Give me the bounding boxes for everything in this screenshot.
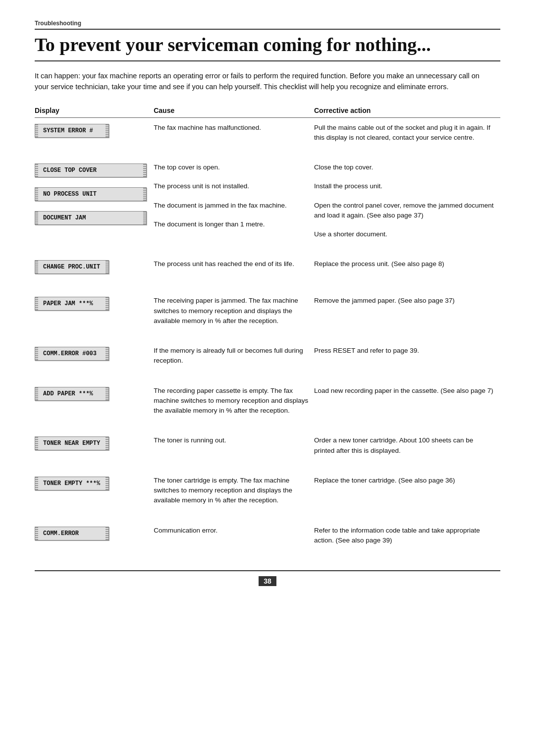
display-badge: TONER NEAR EMPTY (35, 436, 109, 450)
page-title: To prevent your serviceman coming for no… (35, 29, 500, 61)
display-badge: COMM.ERROR #003 (35, 347, 109, 361)
display-badge: ADD PAPER ***% (35, 387, 109, 401)
display-badge: DOCUMENT JAM (35, 211, 147, 225)
table-row: TONER EMPTY ***% The toner cartridge is … (35, 471, 500, 511)
action-cell: Load new recording paper in the cassette… (314, 381, 500, 421)
action-cell: Refer to the information code table and … (314, 521, 500, 551)
display-badge: TONER EMPTY ***% (35, 477, 109, 490)
action-cell: Remove the jammed paper. (See also page … (314, 291, 500, 331)
cause-cell: If the memory is already full or becomes… (154, 341, 314, 371)
display-badge: CHANGE PROC.UNIT (35, 260, 109, 274)
action-cell: Pull the mains cable out of the socket a… (314, 117, 500, 148)
section-label: Troubleshooting (35, 20, 500, 27)
cause-cell: The receiving paper is jammed. The fax m… (154, 291, 314, 331)
display-badge: NO PROCESS UNIT (35, 187, 147, 201)
col-header-action: Corrective action (314, 107, 500, 118)
table-row: SYSTEM ERROR # The fax machine has malfu… (35, 117, 500, 148)
table-row: TONER NEAR EMPTY The toner is running ou… (35, 431, 500, 461)
cause-cell: The toner is running out. (154, 431, 314, 461)
action-cell: Close the top cover. Install the process… (314, 158, 500, 244)
cause-cell: The fax machine has malfunctioned. (154, 117, 314, 148)
cause-cell: The top cover is open. The process unit … (154, 158, 314, 244)
action-cell: Replace the process unit. (See also page… (314, 254, 500, 281)
table-row: COMM.ERROR Communication error. Refer to… (35, 521, 500, 551)
action-cell: Press RESET and refer to page 39. (314, 341, 500, 371)
table-row: CHANGE PROC.UNIT The process unit has re… (35, 254, 500, 281)
action-cell: Order a new toner cartridge. About 100 s… (314, 431, 500, 461)
cause-cell: The toner cartridge is empty. The fax ma… (154, 471, 314, 511)
display-badge: COMM.ERROR (35, 527, 109, 540)
display-badge: PAPER JAM ***% (35, 297, 109, 311)
table-row: PAPER JAM ***% The receiving paper is ja… (35, 291, 500, 331)
bottom-rule (35, 570, 500, 571)
trouble-table: Display Cause Corrective action SYSTEM E… (35, 107, 500, 551)
cause-cell: The recording paper cassette is empty. T… (154, 381, 314, 421)
table-row: ADD PAPER ***% The recording paper casse… (35, 381, 500, 421)
display-badge: CLOSE TOP COVER (35, 163, 147, 177)
page-number: 38 (259, 576, 276, 586)
display-badge: SYSTEM ERROR # (35, 124, 109, 138)
page-number-area: 38 (35, 576, 500, 586)
action-cell: Replace the toner cartridge. (See also p… (314, 471, 500, 511)
col-header-cause: Cause (154, 107, 314, 118)
table-row: COMM.ERROR #003 If the memory is already… (35, 341, 500, 371)
cause-cell: Communication error. (154, 521, 314, 551)
table-row: CLOSE TOP COVER NO PROCESS UNIT DOCUMENT… (35, 158, 500, 244)
badge-group: CLOSE TOP COVER NO PROCESS UNIT DOCUMENT… (35, 163, 147, 227)
intro-text: It can happen: your fax machine reports … (35, 70, 490, 93)
cause-cell: The process unit has reached the end of … (154, 254, 314, 281)
col-header-display: Display (35, 107, 154, 118)
